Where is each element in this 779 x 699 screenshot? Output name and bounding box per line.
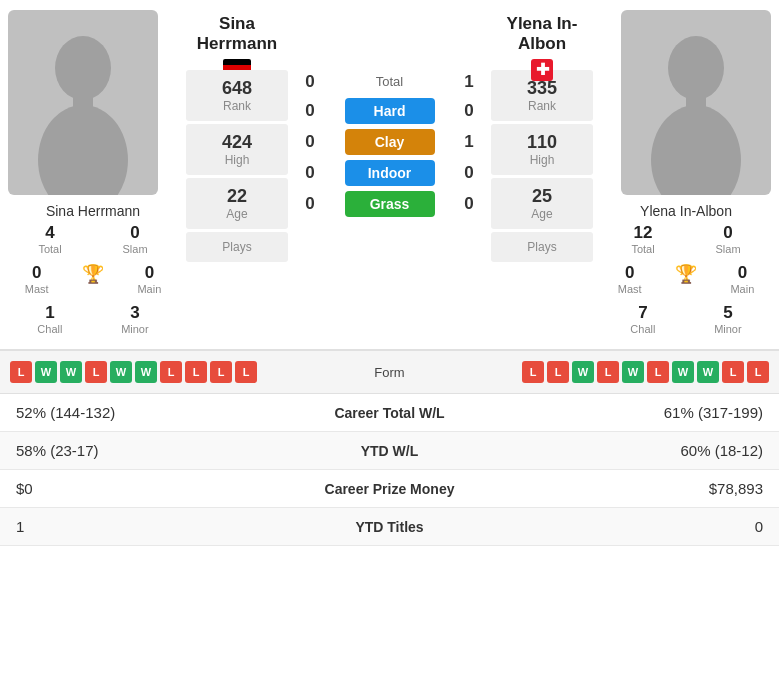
form-badge-l: L	[647, 361, 669, 383]
right-minor-stat: 5 Minor	[714, 303, 742, 335]
right-high-box: 110 High	[491, 124, 593, 175]
right-slam-label: Slam	[716, 243, 741, 255]
stats-right-0: 61% (317-199)	[470, 404, 764, 421]
form-badge-w: W	[572, 361, 594, 383]
right-mast-label: Mast	[618, 283, 642, 295]
right-age-box: 25 Age	[491, 178, 593, 229]
clay-court-button: Clay	[345, 129, 435, 155]
form-badge-l: L	[210, 361, 232, 383]
right-age-value: 25	[491, 186, 593, 207]
form-badge-l: L	[85, 361, 107, 383]
svg-point-0	[55, 36, 111, 100]
right-mast-stat: 0 Mast	[618, 263, 642, 295]
form-badge-l: L	[160, 361, 182, 383]
hard-left-score: 0	[296, 101, 324, 121]
right-main-label: Main	[730, 283, 754, 295]
left-chall-value: 1	[45, 303, 54, 323]
form-badge-l: L	[522, 361, 544, 383]
right-player-name-top: Ylena In-Albon	[491, 14, 593, 55]
right-player-column: Ylena In-Albon 12 Total 0 Slam 0 Mast	[601, 10, 771, 339]
left-main-label: Main	[137, 283, 161, 295]
left-chall-label: Chall	[37, 323, 62, 335]
stats-row-3: 1 YTD Titles 0	[0, 508, 779, 546]
right-flag-icon: ✚	[531, 59, 553, 81]
right-trophy-icon-col: 🏆	[675, 263, 697, 295]
left-main-stat: 0 Main	[137, 263, 161, 295]
right-high-label: High	[491, 153, 593, 167]
left-mast-stat: 0 Mast	[25, 263, 49, 295]
right-rank-label: Rank	[491, 99, 593, 113]
svg-rect-2	[73, 92, 93, 112]
clay-right-score: 1	[455, 132, 483, 152]
hard-right-score: 0	[455, 101, 483, 121]
right-stats-row3: 7 Chall 5 Minor	[601, 299, 771, 339]
left-stats-row3: 1 Chall 3 Minor	[8, 299, 178, 339]
total-right-score: 1	[455, 72, 483, 92]
right-mast-value: 0	[625, 263, 634, 283]
total-left-score: 0	[296, 72, 324, 92]
stats-left-3: 1	[16, 518, 310, 535]
right-total-stat: 12 Total	[631, 223, 654, 255]
stats-right-1: 60% (18-12)	[470, 442, 764, 459]
players-section: Sina Herrmann 4 Total 0 Slam 0 Mast	[0, 0, 779, 349]
right-minor-label: Minor	[714, 323, 742, 335]
main-container: Sina Herrmann 4 Total 0 Slam 0 Mast	[0, 0, 779, 546]
right-player-avatar	[621, 10, 771, 195]
left-trophy-icon-col: 🏆	[82, 263, 104, 295]
left-rank-label: Rank	[186, 99, 288, 113]
form-badge-w: W	[697, 361, 719, 383]
form-badge-w: W	[135, 361, 157, 383]
form-section: LWWLWWLLLL Form LLWLWLWWLL	[0, 350, 779, 393]
total-label-wrap: Total	[324, 70, 455, 93]
right-stats-row1: 12 Total 0 Slam	[601, 219, 771, 259]
right-chall-stat: 7 Chall	[630, 303, 655, 335]
stats-row-2: $0 Career Prize Money $78,893	[0, 470, 779, 508]
form-label: Form	[350, 365, 430, 380]
right-trophy-icon: 🏆	[675, 263, 697, 285]
stats-left-0: 52% (144-132)	[16, 404, 310, 421]
left-plays-label: Plays	[186, 240, 288, 254]
indoor-row: 0 Indoor 0	[296, 160, 483, 186]
stats-section: 52% (144-132) Career Total W/L 61% (317-…	[0, 394, 779, 546]
left-plays-box: Plays	[186, 232, 288, 262]
left-high-value: 424	[186, 132, 288, 153]
right-flag: ✚	[531, 59, 553, 81]
stats-label-0: Career Total W/L	[310, 405, 470, 421]
left-rank-box: 648 Rank	[186, 70, 288, 121]
form-badge-l: L	[747, 361, 769, 383]
left-stats-row2: 0 Mast 🏆 0 Main	[8, 259, 178, 299]
left-main-value: 0	[145, 263, 154, 283]
left-total-label: Total	[38, 243, 61, 255]
right-total-value: 12	[634, 223, 653, 243]
right-age-label: Age	[491, 207, 593, 221]
form-badge-w: W	[60, 361, 82, 383]
left-chall-stat: 1 Chall	[37, 303, 62, 335]
left-high-label: High	[186, 153, 288, 167]
left-form-badges: LWWLWWLLLL	[10, 361, 350, 383]
left-slam-value: 0	[130, 223, 139, 243]
left-player-column: Sina Herrmann 4 Total 0 Slam 0 Mast	[8, 10, 178, 339]
stats-left-1: 58% (23-17)	[16, 442, 310, 459]
right-plays-box: Plays	[491, 232, 593, 262]
hard-row: 0 Hard 0	[296, 98, 483, 124]
right-chall-value: 7	[638, 303, 647, 323]
clay-left-score: 0	[296, 132, 324, 152]
left-total-stat: 4 Total	[38, 223, 61, 255]
right-middle-panel: Ylena In-Albon ✚ 335 Rank 110 High 25 Ag…	[487, 10, 597, 339]
right-form-badges: LLWLWLWWLL	[430, 361, 770, 383]
right-rank-value: 335	[491, 78, 593, 99]
left-minor-stat: 3 Minor	[121, 303, 149, 335]
left-slam-stat: 0 Slam	[123, 223, 148, 255]
clay-btn-wrap: Clay	[324, 129, 455, 155]
right-high-value: 110	[491, 132, 593, 153]
right-player-name: Ylena In-Albon	[601, 203, 771, 219]
center-court-column: 0 Total 1 0 Hard 0 0 Clay 1	[296, 10, 483, 339]
left-minor-value: 3	[130, 303, 139, 323]
left-age-value: 22	[186, 186, 288, 207]
form-badge-w: W	[110, 361, 132, 383]
left-high-box: 424 High	[186, 124, 288, 175]
left-minor-label: Minor	[121, 323, 149, 335]
stats-right-2: $78,893	[470, 480, 764, 497]
left-age-label: Age	[186, 207, 288, 221]
right-slam-stat: 0 Slam	[716, 223, 741, 255]
